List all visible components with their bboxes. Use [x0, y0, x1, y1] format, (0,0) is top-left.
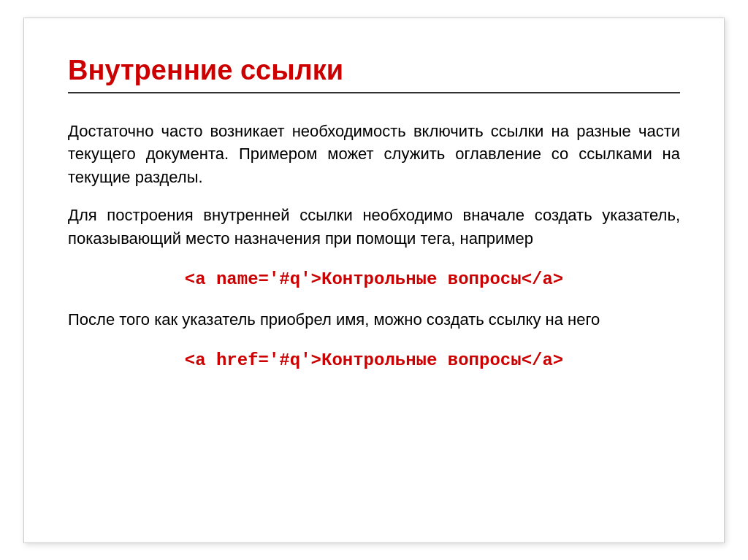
slide-title: Внутренние ссылки	[68, 55, 680, 93]
paragraph-2: Для построения внутренней ссылки необход…	[68, 204, 680, 250]
paragraph-1: Достаточно часто возникает необходимость…	[68, 120, 680, 190]
slide-content: Достаточно часто возникает необходимость…	[68, 120, 680, 375]
code-example-2: <a href='#q'>Контрольные вопросы</a>	[68, 350, 680, 370]
paragraph-3: После того как указатель приобрел имя, м…	[68, 308, 680, 331]
slide: Внутренние ссылки Достаточно часто возни…	[23, 18, 725, 543]
code-example-1: <a name='#q'>Контрольные вопросы</a>	[68, 269, 680, 289]
